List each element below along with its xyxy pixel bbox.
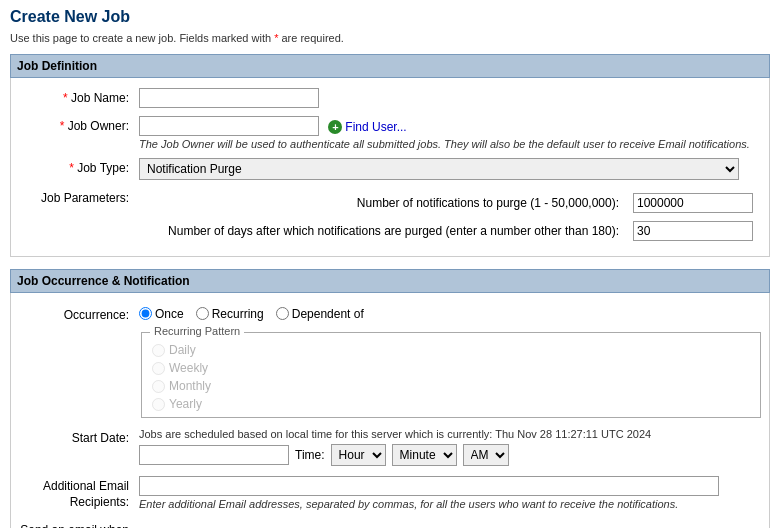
job-owner-star: * [60, 119, 65, 133]
occurrence-dependent-option[interactable]: Dependent of [276, 307, 364, 321]
start-date-field: Jobs are scheduled based on local time f… [139, 428, 761, 466]
occurrence-recurring-label: Recurring [212, 307, 264, 321]
occurrence-once-label: Once [155, 307, 184, 321]
param-row-2: Number of days after which notifications… [141, 218, 759, 244]
param-row-1: Number of notifications to purge (1 - 50… [141, 190, 759, 216]
pattern-yearly-option[interactable]: Yearly [152, 397, 750, 411]
occurrence-dependent-radio[interactable] [276, 307, 289, 320]
param-label-1: Number of notifications to purge (1 - 50… [141, 190, 625, 216]
occurrence-once-option[interactable]: Once [139, 307, 184, 321]
job-owner-row: * Job Owner: Find User... The Job Owner … [11, 112, 769, 154]
pattern-weekly-radio[interactable] [152, 362, 165, 375]
start-date-row: Start Date: Jobs are scheduled based on … [11, 422, 769, 470]
pattern-monthly-radio[interactable] [152, 380, 165, 393]
pattern-daily-option[interactable]: Daily [152, 343, 750, 357]
email-recipients-label: Additional Email Recipients: [19, 476, 139, 510]
job-definition-section: Job Definition * Job Name: * Job Owner: [10, 54, 770, 257]
ampm-select[interactable]: AM PM [463, 444, 509, 466]
job-occurrence-header: Job Occurrence & Notification [10, 269, 770, 293]
occurrence-label: Occurrence: [19, 305, 139, 322]
find-user-button[interactable]: Find User... [328, 120, 406, 134]
recurring-pattern-box: Recurring Pattern Daily Weekly Monthly [141, 332, 761, 418]
job-name-field [139, 88, 761, 108]
job-name-label: * Job Name: [19, 88, 139, 105]
page-title: Create New Job [10, 8, 770, 26]
pattern-weekly-label: Weekly [169, 361, 208, 375]
send-email-label: Send an email when job fails: [19, 520, 139, 528]
pattern-daily-radio[interactable] [152, 344, 165, 357]
occurrence-recurring-option[interactable]: Recurring [196, 307, 264, 321]
job-params-table: Number of notifications to purge (1 - 50… [139, 188, 761, 246]
time-label: Time: [295, 448, 325, 462]
minute-select[interactable]: Minute [392, 444, 457, 466]
send-email-row: Send an email when job fails: [11, 514, 769, 528]
param-label-2: Number of days after which notifications… [141, 218, 625, 244]
job-owner-label: * Job Owner: [19, 116, 139, 133]
occurrence-row: Occurrence: Once Recurring Dependent of [11, 299, 769, 328]
job-owner-input[interactable] [139, 116, 319, 136]
job-definition-body: * Job Name: * Job Owner: Find User... [10, 78, 770, 257]
start-date-info: Jobs are scheduled based on local time f… [139, 428, 761, 440]
email-recipients-row: Additional Email Recipients: Enter addit… [11, 470, 769, 514]
job-name-star: * [63, 91, 68, 105]
email-recipients-note: Enter additional Email addresses, separa… [139, 498, 761, 510]
start-date-input[interactable] [139, 445, 289, 465]
param-input-cell-2 [627, 218, 759, 244]
job-type-label: * Job Type: [19, 158, 139, 175]
param-input-cell-1 [627, 190, 759, 216]
pattern-weekly-option[interactable]: Weekly [152, 361, 750, 375]
job-name-row: * Job Name: [11, 84, 769, 112]
param-input-1[interactable] [633, 193, 753, 213]
job-type-field: Notification Purge [139, 158, 761, 180]
job-occurrence-body: Occurrence: Once Recurring Dependent of [10, 293, 770, 528]
pattern-monthly-option[interactable]: Monthly [152, 379, 750, 393]
job-owner-note: The Job Owner will be used to authentica… [139, 138, 761, 150]
job-type-row: * Job Type: Notification Purge [11, 154, 769, 184]
start-date-inner: Time: Hour Minute AM PM [139, 444, 761, 466]
occurrence-once-radio[interactable] [139, 307, 152, 320]
find-user-label: Find User... [345, 120, 406, 134]
job-owner-field: Find User... The Job Owner will be used … [139, 116, 761, 150]
email-recipients-field: Enter additional Email addresses, separa… [139, 476, 761, 510]
job-parameters-field: Number of notifications to purge (1 - 50… [139, 188, 761, 246]
job-parameters-label: Job Parameters: [19, 188, 139, 205]
start-date-label: Start Date: [19, 428, 139, 445]
occurrence-dependent-label: Dependent of [292, 307, 364, 321]
job-definition-header: Job Definition [10, 54, 770, 78]
job-occurrence-section: Job Occurrence & Notification Occurrence… [10, 269, 770, 528]
job-type-select[interactable]: Notification Purge [139, 158, 739, 180]
occurrence-options: Once Recurring Dependent of [139, 307, 364, 321]
param-input-2[interactable] [633, 221, 753, 241]
occurrence-recurring-radio[interactable] [196, 307, 209, 320]
find-user-icon [328, 120, 342, 134]
hour-select[interactable]: Hour [331, 444, 386, 466]
pattern-yearly-radio[interactable] [152, 398, 165, 411]
job-type-star: * [69, 161, 74, 175]
pattern-monthly-label: Monthly [169, 379, 211, 393]
page-description: Use this page to create a new job. Field… [10, 32, 770, 44]
job-parameters-row: Job Parameters: Number of notifications … [11, 184, 769, 250]
pattern-options: Daily Weekly Monthly Yearly [152, 339, 750, 411]
pattern-daily-label: Daily [169, 343, 196, 357]
recurring-pattern-legend: Recurring Pattern [150, 325, 244, 337]
email-recipients-input[interactable] [139, 476, 719, 496]
required-star: * [274, 32, 278, 44]
job-name-input[interactable] [139, 88, 319, 108]
pattern-yearly-label: Yearly [169, 397, 202, 411]
